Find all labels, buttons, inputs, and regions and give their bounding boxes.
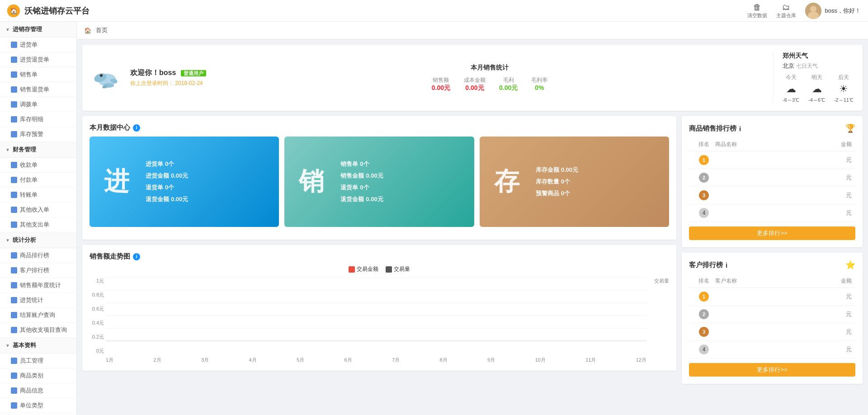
customer-ranking-panel: 客户排行榜 i ⭐ 排名 客户名称 金额 (682, 253, 863, 384)
sidebar-section-inventory-title[interactable]: ▼ 进销存管理 (0, 22, 76, 38)
customer-more-btn[interactable]: 更多排行>> (689, 363, 855, 377)
sidebar-item-other-expense[interactable]: 其他支出单 (0, 217, 76, 232)
doc-icon (11, 222, 17, 228)
arrow-icon: ▼ (5, 238, 10, 243)
content-area: 🏠 首页 (77, 22, 868, 415)
chart-area: 1元 0.8元 0.6元 0.4元 0.2元 0元 (90, 278, 669, 363)
master-archive-btn[interactable]: 🗂 主题仓库 (776, 3, 796, 19)
sidebar-item-product-category[interactable]: 商品类别 (0, 368, 76, 383)
product-rank-header-row: 排名 商品名称 金额 (689, 138, 855, 151)
weather-days: 今天 ☁ -6～3℃ 明天 ☁ -4～6℃ 后天 ☀ -2～11℃ (783, 74, 854, 104)
col-rank: 排名 (693, 141, 715, 148)
cloud-icon: ☁ (812, 83, 822, 95)
stat-row: 库存数量0个 (534, 178, 578, 186)
sidebar-item-payment[interactable]: 付款单 (0, 173, 76, 188)
x-axis: 1月 2月 3月 4月 5月 6月 7月 8月 9月 10月 (106, 357, 646, 363)
chart-legend: 交易金额 交易量 (90, 265, 669, 273)
cloud-icon: ☁ (786, 83, 796, 95)
sidebar-item-product-rank[interactable]: 商品排行榜 (0, 248, 76, 263)
clear-data-btn[interactable]: 🗑 清空数据 (747, 3, 767, 19)
stat-profit: 毛利 0.00元 (499, 76, 518, 92)
sidebar: ▼ 进销存管理 进货单 进货退货单 销售单 销售退货单 调拨单 库存明细 库存预… (0, 22, 77, 415)
main-layout: ▼ 进销存管理 进货单 进货退货单 销售单 销售退货单 调拨单 库存明细 库存预… (0, 22, 868, 415)
doc-icon (11, 207, 17, 213)
sidebar-item-unit-type[interactable]: 单位类型 (0, 398, 76, 413)
product-rank-row-4: 4 元 (689, 204, 855, 222)
sidebar-item-transfer[interactable]: 调拨单 (0, 97, 76, 112)
svg-point-7 (100, 74, 103, 77)
sidebar-item-unit-info[interactable]: 单位信息 (0, 413, 76, 415)
customer-rank-row-4: 4 元 (689, 341, 855, 358)
product-ranking-header: 商品销售排行榜 i 🏆 (689, 123, 855, 133)
sales-stats-section: 本月销售统计 销售额 0.00元 成本金额 0.00元 毛利 0.00元 (432, 64, 548, 92)
sidebar-item-purchase-stats[interactable]: 进货统计 (0, 293, 76, 308)
sidebar-item-customer-rank[interactable]: 客户排行榜 (0, 263, 76, 278)
header-right: 🗑 清空数据 🗂 主题仓库 boss，你好！ (747, 3, 861, 19)
sidebar-item-other-query[interactable]: 其他收支项目查询 (0, 323, 76, 338)
sidebar-item-sales-return[interactable]: 销售退货单 (0, 82, 76, 97)
trophy-icon: 🏆 (845, 123, 855, 133)
sidebar-item-sales[interactable]: 销售单 (0, 67, 76, 82)
sidebar-item-receipt[interactable]: 收款单 (0, 158, 76, 173)
rank-num-2: 2 (693, 173, 715, 183)
sidebar-item-employee[interactable]: 员工管理 (0, 354, 76, 368)
info-icon[interactable]: i (739, 125, 741, 132)
doc-icon (11, 327, 17, 333)
doc-icon (11, 267, 17, 274)
product-more-btn[interactable]: 更多排行>> (689, 226, 855, 240)
gold-badge: 1 (699, 292, 709, 302)
info-icon[interactable]: i (726, 261, 727, 269)
doc-icon (11, 373, 17, 379)
content-body: 欢迎你！boss 普通用户 你上次登录时间： 2018-02-24 本月销售统计 (77, 39, 868, 389)
sales-symbol: 销 (293, 165, 330, 199)
sidebar-item-purchase[interactable]: 进货单 (0, 38, 76, 52)
app-logo: 🏠 (7, 5, 20, 17)
rank-num-4: 4 (693, 208, 715, 218)
breadcrumb: 🏠 首页 (77, 22, 868, 39)
sun-icon: ☀ (839, 83, 848, 95)
sidebar-item-stock-detail[interactable]: 库存明细 (0, 112, 76, 127)
doc-icon (11, 282, 17, 288)
sidebar-item-transfer-finance[interactable]: 转账单 (0, 188, 76, 203)
product-ranking-panel: 商品销售排行榜 i 🏆 排名 商品名称 金额 (682, 116, 863, 247)
stat-row: 库存金额0.00元 (534, 166, 578, 174)
sidebar-item-annual-sales[interactable]: 销售额年度统计 (0, 278, 76, 293)
data-center-title: 本月数据中心 i (90, 123, 669, 132)
sidebar-item-purchase-return[interactable]: 进货退货单 (0, 52, 76, 67)
arrow-icon: ▼ (5, 147, 10, 152)
stat-margin: 毛利率 0% (531, 76, 547, 92)
bronze-badge: 3 (699, 327, 709, 337)
rank-num-2: 2 (693, 309, 715, 319)
welcome-info: 欢迎你！boss 普通用户 你上次登录时间： 2018-02-24 (130, 68, 206, 87)
welcome-avatar-img (91, 62, 123, 94)
archive-icon: 🗂 (782, 3, 790, 12)
sidebar-item-product-info[interactable]: 商品信息 (0, 383, 76, 398)
welcome-left: 欢迎你！boss 普通用户 你上次登录时间： 2018-02-24 (91, 62, 206, 94)
star-icon: ⭐ (845, 260, 855, 270)
doc-icon (11, 297, 17, 303)
sidebar-item-account-query[interactable]: 结算账户查询 (0, 308, 76, 323)
doc-icon (11, 177, 17, 183)
silver-badge: 2 (699, 309, 709, 319)
product-rank-row-2: 2 元 (689, 169, 855, 187)
sidebar-section-finance-title[interactable]: ▼ 财务管理 (0, 142, 76, 158)
stat-row: 进货金额0.00元 (144, 172, 188, 180)
customer-amount-4: 元 (816, 345, 852, 354)
sidebar-section-basic-title[interactable]: ▼ 基本资料 (0, 338, 76, 354)
info-icon[interactable]: i (133, 253, 140, 260)
rank-num-1: 1 (693, 155, 715, 165)
doc-icon (11, 57, 17, 63)
user-badge: 普通用户 (181, 70, 206, 76)
sidebar-section-stats-title[interactable]: ▼ 统计分析 (0, 232, 76, 248)
stat-row: 退货金额0.00元 (339, 195, 383, 203)
sidebar-item-stock-warning[interactable]: 库存预警 (0, 127, 76, 142)
info-icon[interactable]: i (133, 124, 140, 132)
doc-icon (11, 402, 17, 409)
y2-axis: 交易量 (646, 278, 669, 363)
chart-svg (106, 278, 646, 354)
sidebar-item-other-income[interactable]: 其他收入单 (0, 203, 76, 217)
bronze-badge: 3 (699, 190, 709, 200)
weather-day-tomorrow: 明天 ☁ -4～6℃ (808, 74, 825, 104)
arrow-icon: ▼ (5, 27, 10, 32)
doc-icon (11, 192, 17, 198)
